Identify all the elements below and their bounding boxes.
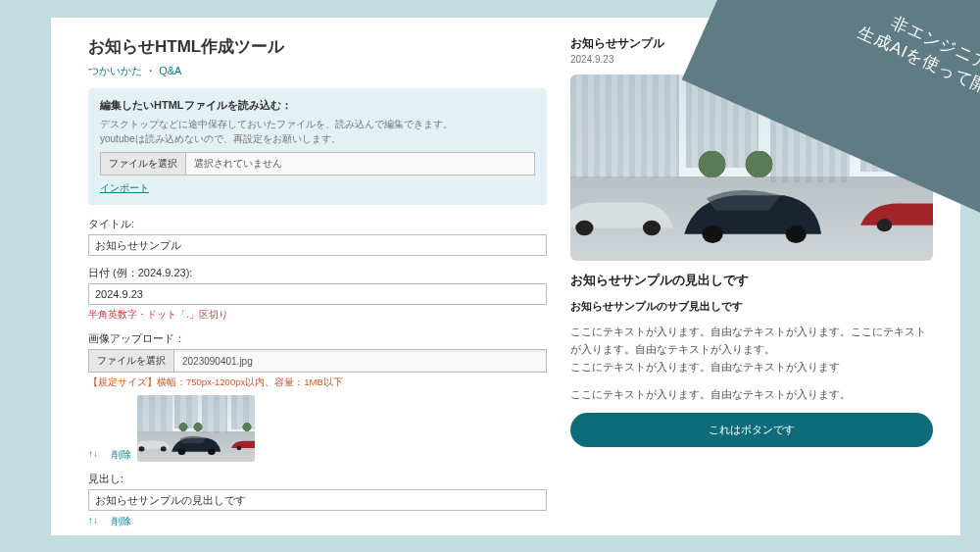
file-select-button[interactable]: ファイルを選択 xyxy=(101,153,186,175)
upload-label: 画像アップロード： xyxy=(88,331,547,346)
reorder-up-1[interactable]: ↑↓ xyxy=(88,448,98,462)
upload-file-value: 2023090401.jpg xyxy=(174,352,546,371)
import-title: 編集したいHTMLファイルを読み込む： xyxy=(100,98,535,113)
editor-panel: お知らせHTML作成ツール つかいかた ・ Q&A 編集したいHTMLファイルを… xyxy=(51,18,570,535)
import-box: 編集したいHTMLファイルを読み込む： デスクトップなどに途中保存しておいたファ… xyxy=(88,88,547,205)
date-label: 日付 (例：2024.9.23): xyxy=(88,266,547,280)
import-file-input[interactable]: ファイルを選択 選択されていません xyxy=(100,152,535,176)
svg-point-9 xyxy=(877,219,893,231)
top-links: つかいかた ・ Q&A xyxy=(88,64,547,78)
delete-link-2[interactable]: 削除 xyxy=(112,515,131,528)
delete-link-1[interactable]: 削除 xyxy=(112,448,131,462)
date-hint: 半角英数字・ドット「.」区切り xyxy=(88,308,547,322)
thumbnail-row: ↑↓ 削除 xyxy=(88,395,547,462)
thumbnail-image xyxy=(137,395,255,462)
svg-point-3 xyxy=(208,449,216,456)
upload-hint: 【規定サイズ】横幅：750px-1200px以内、容量：1MB以下 xyxy=(88,376,547,389)
preview-cta-button[interactable]: これはボタンです xyxy=(570,413,933,447)
heading-input[interactable] xyxy=(88,489,547,511)
svg-point-7 xyxy=(703,226,723,243)
preview-body-1: ここにテキストが入ります。自由なテキストが入ります。ここにテキストが入ります。自… xyxy=(570,324,933,376)
import-link[interactable]: インポート xyxy=(100,181,149,195)
import-desc: デスクトップなどに途中保存しておいたファイルを、読み込んで編集できます。 you… xyxy=(100,117,535,146)
upload-file-input[interactable]: ファイルを選択 2023090401.jpg xyxy=(88,349,547,373)
title-input[interactable] xyxy=(88,234,547,256)
svg-point-8 xyxy=(786,226,807,243)
svg-point-0 xyxy=(139,447,145,452)
svg-point-5 xyxy=(575,220,593,235)
preview-subheading: お知らせサンプルのサブ見出しです xyxy=(570,299,933,314)
preview-body-2: ここにテキストが入ります。自由なテキストが入ります。 xyxy=(570,386,933,404)
svg-point-2 xyxy=(178,449,186,456)
date-input[interactable] xyxy=(88,283,547,305)
upload-file-button[interactable]: ファイルを選択 xyxy=(89,350,174,372)
howto-link[interactable]: つかいかた xyxy=(88,65,142,76)
preview-heading: お知らせサンプルの見出しです xyxy=(570,273,933,289)
file-selected-value: 選択されていません xyxy=(186,153,534,175)
svg-point-4 xyxy=(236,446,241,450)
heading-label: 見出し: xyxy=(88,472,547,486)
page-title: お知らせHTML作成ツール xyxy=(88,35,547,58)
link-sep: ・ xyxy=(142,65,159,76)
title-label: タイトル: xyxy=(88,217,547,231)
reorder-up-2[interactable]: ↑↓ xyxy=(88,515,98,528)
qa-link[interactable]: Q&A xyxy=(159,65,181,76)
